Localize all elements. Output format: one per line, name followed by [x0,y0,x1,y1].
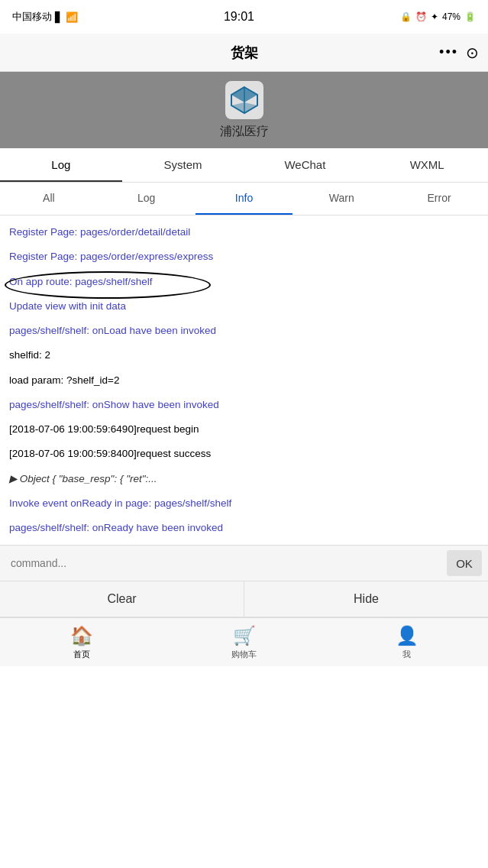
log-content: Register Page: pages/order/detail/detail… [0,215,488,545]
log-line: pages/shelf/shelf: onReady have been inv… [0,516,488,540]
log-line: [2018-07-06 19:00:59:8400]request succes… [0,442,488,466]
tab-log2[interactable]: Log [98,183,196,215]
nav-label-home: 首页 [73,649,90,660]
battery-icon: 🔋 [464,11,476,22]
battery-text: 47% [442,11,461,22]
tab-row-2: All Log Info Warn Error [0,183,488,215]
status-time: 19:01 [224,10,254,24]
tab-info[interactable]: Info [196,183,293,215]
record-icon[interactable]: ⊙ [466,44,479,62]
bottom-actions: Clear Hide [0,581,488,617]
alarm-icon: ⏰ [415,11,427,22]
tab-system[interactable]: System [122,148,244,182]
status-bar: 中国移动 ▋ 📶 19:01 🔒 ⏰ ✦ 47% 🔋 [0,0,488,34]
cart-icon: 🛒 [233,625,256,646]
title-bar: 货架 ••• ⊙ [0,34,488,72]
log-line: pages/shelf/shelf: onLoad have been invo… [0,319,488,343]
status-left: 中国移动 ▋ 📶 [12,10,78,24]
clear-button[interactable]: Clear [0,581,244,617]
tab-all[interactable]: All [0,183,98,215]
nav-label-cart: 购物车 [231,649,257,660]
tab-error[interactable]: Error [390,183,488,215]
tab-row-1: Log System WeChat WXML [0,148,488,183]
nav-item-profile[interactable]: 👤 我 [325,618,488,666]
page-title: 货架 [231,44,258,62]
tab-warn[interactable]: Warn [292,183,390,215]
command-input[interactable] [6,550,442,576]
log-line: shelfid: 2 [0,343,488,368]
log-line: Register Page: pages/order/detail/detail [0,220,488,245]
home-icon: 🏠 [70,625,93,646]
more-icon[interactable]: ••• [439,44,458,60]
log-line: load param: ?shelf_id=2 [0,368,488,393]
tab-log[interactable]: Log [0,148,122,182]
status-right: 🔒 ⏰ ✦ 47% 🔋 [400,11,476,22]
wifi-icon: 📶 [66,11,78,23]
lock-icon: 🔒 [400,11,412,22]
nav-bar: 🏠 首页 🛒 购物车 👤 我 [0,617,488,666]
log-line: Register Page: pages/order/express/expre… [0,245,488,269]
app-header: 浦泓医疗 [0,72,488,148]
title-bar-icons: ••• ⊙ [439,44,479,62]
signal-icon: ▋ [55,11,63,23]
tab-wxml[interactable]: WXML [366,148,488,182]
nav-item-cart[interactable]: 🛒 购物车 [163,618,325,666]
log-line: Invoke event onReady in page: pages/shel… [0,491,488,516]
command-bar: OK [0,545,488,581]
carrier-text: 中国移动 [12,10,52,24]
log-line: [2018-07-06 19:00:59:6490]request begin [0,417,488,442]
bluetooth-icon: ✦ [431,11,438,22]
ok-button[interactable]: OK [447,550,482,576]
nav-label-profile: 我 [402,649,411,660]
log-line: ▶ Object { "base_resp": { "ret":... [0,467,488,491]
hide-button[interactable]: Hide [244,581,488,617]
person-icon: 👤 [396,625,419,646]
nav-item-home[interactable]: 🏠 首页 [0,618,163,666]
log-line: Update view with init data [0,294,488,319]
tab-wechat[interactable]: WeChat [244,148,367,182]
app-name: 浦泓医疗 [220,124,269,140]
log-line: pages/shelf/shelf: onShow have been invo… [0,393,488,417]
app-logo [225,81,263,119]
log-line-circled: On app route: pages/shelf/shelf [0,270,488,294]
